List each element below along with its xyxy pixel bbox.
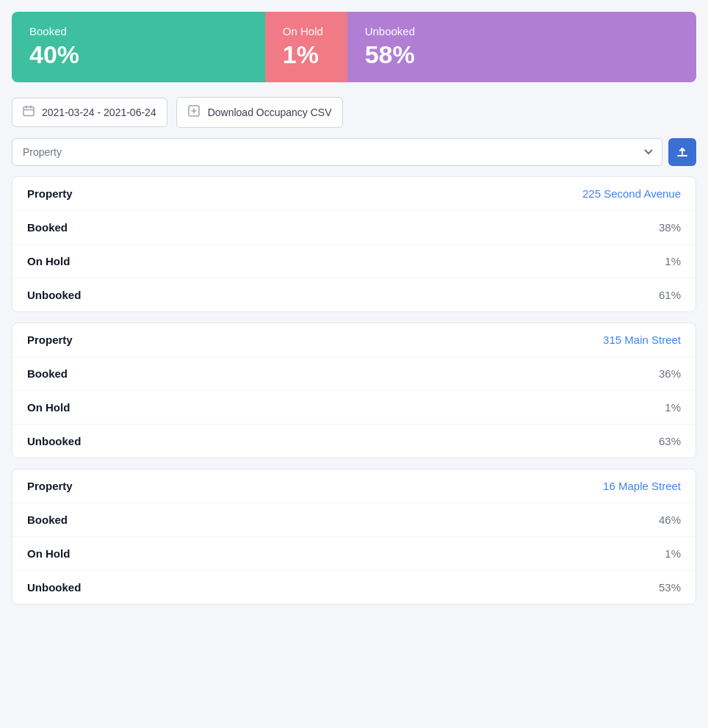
unbooked-label: Unbooked xyxy=(365,25,679,37)
on-hold-value: 1% xyxy=(283,40,330,69)
booked-row-label: Booked xyxy=(27,513,68,526)
booked-row: Booked 36% xyxy=(12,357,696,391)
filter-row: Property 225 Second Avenue 315 Main Stre… xyxy=(12,138,696,166)
svg-rect-0 xyxy=(24,107,34,116)
on-hold-row-value: 1% xyxy=(665,255,681,267)
on-hold-row-value: 1% xyxy=(665,401,681,414)
property-label: Property xyxy=(27,334,73,346)
download-csv-button[interactable]: Download Occupancy CSV xyxy=(176,97,343,128)
booked-row-value: 46% xyxy=(659,513,681,526)
property-label: Property xyxy=(27,480,73,492)
property-name-row: Property 16 Maple Street xyxy=(12,469,696,503)
booked-row: Booked 46% xyxy=(12,503,696,537)
unbooked-row-label: Unbooked xyxy=(27,435,81,447)
unbooked-row: Unbooked 63% xyxy=(12,425,696,458)
on-hold-row: On Hold 1% xyxy=(12,245,696,278)
property-card: Property 16 Maple Street Booked 46% On H… xyxy=(12,469,696,605)
calendar-icon xyxy=(23,105,35,120)
unbooked-row-value: 53% xyxy=(659,581,681,594)
property-label: Property xyxy=(27,187,73,200)
property-link[interactable]: 225 Second Avenue xyxy=(582,187,681,200)
property-select[interactable]: Property 225 Second Avenue 315 Main Stre… xyxy=(12,138,662,166)
booked-tile: Booked 40% xyxy=(12,12,265,82)
download-label: Download Occupancy CSV xyxy=(208,107,332,118)
booked-value: 40% xyxy=(29,40,248,69)
booked-row-label: Booked xyxy=(27,221,68,234)
property-name-row: Property 315 Main Street xyxy=(12,323,696,357)
upload-button[interactable] xyxy=(668,138,696,166)
on-hold-row-label: On Hold xyxy=(27,401,70,414)
csv-icon xyxy=(187,104,201,120)
booked-row-value: 38% xyxy=(659,221,681,234)
summary-bar: Booked 40% On Hold 1% Unbooked 58% xyxy=(12,12,696,82)
on-hold-tile: On Hold 1% xyxy=(265,12,347,82)
on-hold-row: On Hold 1% xyxy=(12,537,696,571)
date-range-value: 2021-03-24 - 2021-06-24 xyxy=(42,107,156,118)
date-range-picker[interactable]: 2021-03-24 - 2021-06-24 xyxy=(12,98,167,127)
property-name-row: Property 225 Second Avenue xyxy=(12,177,696,211)
property-card: Property 315 Main Street Booked 36% On H… xyxy=(12,322,696,458)
property-link[interactable]: 315 Main Street xyxy=(603,334,681,346)
unbooked-row-label: Unbooked xyxy=(27,289,81,301)
unbooked-row-value: 63% xyxy=(659,435,681,447)
unbooked-row: Unbooked 53% xyxy=(12,571,696,604)
unbooked-row: Unbooked 61% xyxy=(12,278,696,311)
booked-label: Booked xyxy=(29,25,248,37)
unbooked-value: 58% xyxy=(365,40,679,69)
booked-row-value: 36% xyxy=(659,367,681,380)
unbooked-row-label: Unbooked xyxy=(27,581,81,594)
unbooked-row-value: 61% xyxy=(659,289,681,301)
booked-row: Booked 38% xyxy=(12,211,696,245)
unbooked-tile: Unbooked 58% xyxy=(347,12,696,82)
controls-row: 2021-03-24 - 2021-06-24 Download Occupan… xyxy=(12,97,696,128)
on-hold-row: On Hold 1% xyxy=(12,391,696,425)
on-hold-row-label: On Hold xyxy=(27,547,70,560)
on-hold-label: On Hold xyxy=(283,25,330,37)
booked-row-label: Booked xyxy=(27,367,68,380)
on-hold-row-label: On Hold xyxy=(27,255,70,267)
on-hold-row-value: 1% xyxy=(665,547,681,560)
property-card: Property 225 Second Avenue Booked 38% On… xyxy=(12,176,696,312)
property-link[interactable]: 16 Maple Street xyxy=(603,480,681,492)
property-cards: Property 225 Second Avenue Booked 38% On… xyxy=(12,176,696,605)
